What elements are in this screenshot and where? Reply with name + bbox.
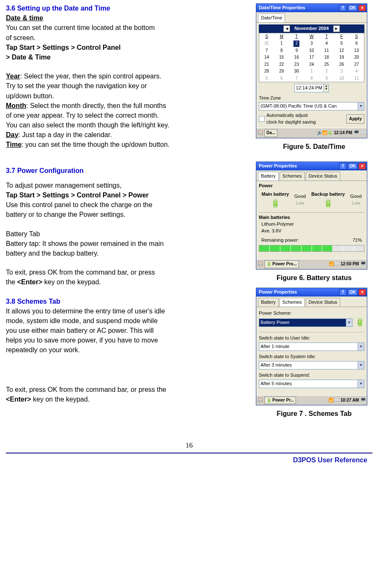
cal-day[interactable]: 4 — [349, 68, 364, 75]
exit2-1a: To exit, press OK from the command bar, … — [6, 385, 250, 394]
chevron-down-icon: ▼ — [358, 102, 364, 110]
cal-day[interactable]: 13 — [349, 47, 364, 54]
cal-day[interactable]: 28 — [259, 68, 274, 75]
cal-day[interactable]: 29 — [274, 68, 289, 75]
cal-day[interactable]: 16 — [289, 54, 304, 61]
cal-day[interactable]: 8 — [304, 75, 319, 82]
cal-day[interactable]: 25 — [319, 61, 334, 68]
power-scheme-select[interactable]: Battery Power ▼ — [259, 318, 353, 327]
close-button[interactable]: × — [358, 289, 366, 296]
cal-day[interactable]: 19 — [334, 54, 349, 61]
cal-day[interactable]: 6 — [349, 40, 364, 47]
tab-device-status[interactable]: Device Status — [306, 298, 340, 307]
tab-battery[interactable]: Battery — [258, 298, 279, 307]
cal-day[interactable]: 14 — [259, 54, 274, 61]
cal-day[interactable]: 18 — [319, 54, 334, 61]
taskbar-clock: 12:50 PM — [341, 261, 359, 267]
tab-schemes[interactable]: Schemes — [280, 172, 305, 181]
main-battery-label: Main battery — [261, 191, 289, 198]
calendar[interactable]: SMTWTFS311234567891011121314151617181920… — [259, 33, 364, 83]
desktop-icon[interactable]: 🖥️ — [354, 130, 359, 136]
ok-button[interactable]: OK — [347, 163, 358, 170]
start-flag-icon[interactable]: 🪟 — [258, 261, 263, 267]
desktop-icon[interactable]: 🖥️ — [361, 261, 366, 267]
taskbar-app[interactable]: Da... — [264, 129, 277, 137]
cal-day[interactable]: 10 — [334, 75, 349, 82]
cal-day-header: T — [289, 33, 304, 40]
cal-day[interactable]: 27 — [349, 61, 364, 68]
cal-day[interactable]: 21 — [259, 61, 274, 68]
close-button[interactable]: × — [358, 163, 366, 170]
suspend-select[interactable]: After 5 minutes ▼ — [259, 380, 364, 388]
exit-1b-post: key on the keypad. — [42, 278, 101, 286]
cal-day[interactable]: 7 — [289, 75, 304, 82]
cal-day[interactable]: 8 — [274, 47, 289, 54]
cal-day[interactable]: 9 — [319, 75, 334, 82]
help-button[interactable]: ? — [339, 289, 347, 296]
time-spinner[interactable]: ▲▼ — [324, 84, 329, 92]
bat-type: Lithum-Polymer — [259, 221, 364, 228]
taskbar-app[interactable]: 🔋Power Pr... — [264, 396, 296, 405]
start-flag-icon[interactable]: 🪟 — [258, 397, 263, 404]
apply-button[interactable]: Apply — [346, 114, 364, 124]
tab-schemes[interactable]: Schemes — [280, 298, 305, 307]
cal-day[interactable]: 7 — [259, 47, 274, 54]
cal-day[interactable]: 15 — [274, 54, 289, 61]
next-month-button[interactable]: ► — [333, 25, 340, 32]
cal-day[interactable]: 2 — [319, 68, 334, 75]
taskbar-app[interactable]: 🔋Power Pro... — [264, 260, 299, 268]
figure-6: Power Properties ? OK × Battery Schemes … — [256, 162, 372, 283]
cal-day[interactable]: 3 — [334, 68, 349, 75]
user-idle-label: Switch state to User Idle: — [259, 335, 364, 342]
help-button[interactable]: ? — [339, 163, 347, 170]
bat-volt: Ave. 3.8V — [259, 228, 364, 235]
cal-day[interactable]: 11 — [319, 47, 334, 54]
cal-day[interactable]: 5 — [259, 75, 274, 82]
cal-day[interactable]: 24 — [304, 61, 319, 68]
cal-day[interactable]: 26 — [334, 61, 349, 68]
cal-day[interactable]: 4 — [319, 40, 334, 47]
figure-7-caption: Figure 7 . Schemes Tab — [256, 409, 372, 418]
cal-day[interactable]: 3 — [304, 40, 319, 47]
ok-button[interactable]: OK — [347, 5, 358, 11]
timezone-select[interactable]: (GMT-08:00) Pacific Time (US & Can ▼ — [259, 102, 364, 111]
exit2-1b: key on the keypad. — [31, 396, 90, 403]
time-input[interactable]: 12:14:24 PM — [294, 84, 324, 92]
sip-icon[interactable]: ⌨️ — [361, 130, 366, 136]
cal-day[interactable]: 20 — [349, 54, 364, 61]
desktop-icon[interactable]: 🖥️ — [361, 397, 366, 404]
close-button[interactable]: × — [358, 5, 366, 11]
ok-button[interactable]: OK — [347, 289, 358, 296]
tray-icons: 📶⌨️ — [328, 397, 339, 404]
tab-datetime[interactable]: Date/Time — [258, 13, 285, 22]
help-button[interactable]: ? — [339, 5, 347, 11]
pwr-p2a: Use this control panel to check the char… — [6, 200, 250, 210]
cal-day[interactable]: 12 — [334, 47, 349, 54]
tab-battery[interactable]: Battery — [258, 172, 279, 181]
start-flag-icon[interactable]: 🪟 — [258, 130, 263, 136]
cal-day[interactable]: 6 — [274, 75, 289, 82]
cal-day[interactable]: 9 — [289, 47, 304, 54]
datetime-desc-2: of screen. — [6, 33, 250, 43]
cal-day[interactable]: 1 — [274, 40, 289, 47]
cal-day[interactable]: 23 — [289, 61, 304, 68]
tab-device-status[interactable]: Device Status — [306, 172, 340, 181]
dst-checkbox[interactable] — [259, 116, 265, 122]
prev-month-button[interactable]: ◄ — [283, 25, 290, 32]
time-rest: : you can set the time though the up/dow… — [22, 141, 169, 148]
cal-day[interactable]: 1 — [304, 68, 319, 75]
cal-day[interactable]: 30 — [289, 68, 304, 75]
chevron-down-icon: ▼ — [358, 343, 364, 351]
cal-day[interactable]: 2 — [289, 40, 304, 47]
cal-day[interactable]: 10 — [304, 47, 319, 54]
user-idle-select[interactable]: After 1 minute ▼ — [259, 343, 364, 351]
figure-6-caption: Figure 6. Battery status — [256, 273, 372, 283]
cal-day[interactable]: 31 — [259, 40, 274, 47]
system-idle-select[interactable]: After 3 minutes ▼ — [259, 361, 364, 370]
power-header: Power — [259, 183, 364, 189]
cal-day[interactable]: 17 — [304, 54, 319, 61]
cal-day[interactable]: 11 — [349, 75, 364, 82]
cal-day[interactable]: 5 — [334, 40, 349, 47]
month-label: Month — [6, 102, 26, 109]
cal-day[interactable]: 22 — [274, 61, 289, 68]
